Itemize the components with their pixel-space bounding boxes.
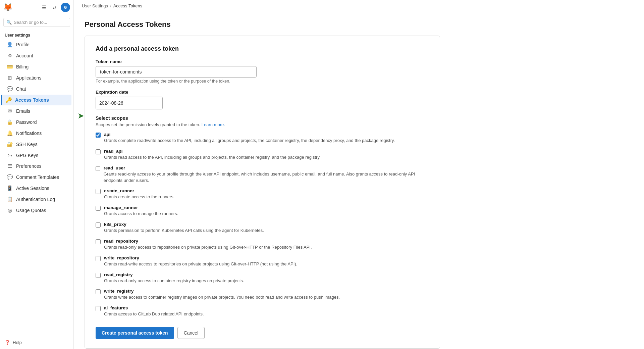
scope-checkbox-k8s_proxy[interactable]: [96, 222, 101, 228]
sidebar-item-gpg-keys[interactable]: 🗝 GPG Keys: [2, 150, 71, 160]
cancel-button[interactable]: Cancel: [177, 327, 205, 339]
scopes-section: Select scopes Scopes set the permission …: [96, 115, 429, 317]
sidebar-item-label: Comment Templates: [16, 174, 59, 180]
breadcrumb-parent[interactable]: User Settings: [82, 3, 108, 8]
scope-desc-read_user: Grants read-only access to your profile …: [104, 171, 429, 184]
scope-checkbox-create_runner[interactable]: [96, 189, 101, 194]
sidebar-item-label: Billing: [16, 64, 29, 69]
scope-info-api: api Grants complete read/write access to…: [104, 132, 395, 144]
sidebar-item-label: Usage Quotas: [16, 208, 46, 213]
sidebar-item-applications[interactable]: ⊞ Applications: [2, 72, 71, 83]
scope-name-write_registry: write_registry: [104, 289, 340, 294]
sidebar-item-profile[interactable]: 👤 Profile: [2, 39, 71, 50]
scopes-description: Scopes set the permission levels granted…: [96, 122, 429, 127]
scope-name-create_runner: create_runner: [104, 188, 174, 193]
create-token-button[interactable]: Create personal access token: [96, 327, 174, 339]
date-clear-btn[interactable]: ✕: [161, 100, 163, 106]
search-box[interactable]: 🔍 Search or go to...: [3, 18, 70, 27]
scope-checkbox-api[interactable]: [96, 133, 101, 138]
scope-name-ai_features: ai_features: [104, 305, 204, 310]
sidebar-item-usage-quotas[interactable]: ◎ Usage Quotas: [2, 205, 71, 216]
sidebar-item-label: SSH Keys: [16, 142, 38, 147]
scopes-desc-text: Scopes set the permission levels granted…: [96, 122, 200, 127]
scope-info-create_runner: create_runner Grants create access to th…: [104, 188, 174, 200]
scope-info-write_repository: write_repository Grants read-write acces…: [104, 255, 297, 267]
help-label: Help: [13, 340, 22, 345]
expiration-group: Expiration date ✕ 📅: [96, 90, 429, 109]
scope-item-k8s_proxy: k8s_proxy Grants permission to perform K…: [96, 222, 429, 234]
sidebar-item-preferences[interactable]: ☰ Preferences: [2, 161, 71, 171]
sidebar-item-account[interactable]: ⚙ Account: [2, 50, 71, 61]
form-actions: Create personal access token Cancel: [96, 327, 429, 339]
sidebar-item-emails[interactable]: ✉ Emails: [2, 106, 71, 116]
sidebar-item-active-sessions[interactable]: 📱 Active Sessions: [2, 183, 71, 194]
profile-icon: 👤: [7, 42, 13, 48]
usage-quotas-icon: ◎: [7, 207, 13, 213]
sidebar-item-notifications[interactable]: 🔔 Notifications: [2, 128, 71, 139]
scope-checkbox-write_registry[interactable]: [96, 289, 101, 294]
sidebar: 🦊 ☰ ⇄ G 🔍 Search or go to... User settin…: [0, 0, 74, 349]
sidebar-item-ssh-keys[interactable]: 🔐 SSH Keys: [2, 139, 71, 150]
form-title: Add a personal access token: [96, 45, 429, 52]
applications-icon: ⊞: [7, 75, 13, 81]
sidebar-item-password[interactable]: 🔒 Password: [2, 117, 71, 128]
scope-checkbox-read_registry[interactable]: [96, 273, 101, 278]
sidebar-item-label: Authentication Log: [16, 197, 55, 202]
scope-checkbox-read_user[interactable]: [96, 166, 100, 171]
avatar[interactable]: G: [61, 3, 70, 12]
preferences-icon: ☰: [7, 163, 13, 169]
learn-more-link[interactable]: Learn more.: [202, 122, 225, 127]
chat-icon: 💬: [7, 86, 13, 92]
scope-info-manage_runner: manage_runner Grants access to manage th…: [104, 205, 178, 217]
scope-checkbox-ai_features[interactable]: [96, 306, 101, 311]
scope-desc-k8s_proxy: Grants permission to perform Kubernetes …: [104, 228, 264, 234]
sidebar-item-label: Account: [16, 53, 33, 58]
scope-desc-create_runner: Grants create access to the runners.: [104, 194, 174, 200]
sidebar-item-label: GPG Keys: [16, 153, 38, 158]
date-input[interactable]: [96, 98, 161, 108]
token-name-input[interactable]: [96, 66, 257, 78]
sidebar-toggle-btn[interactable]: ☰: [39, 3, 49, 12]
scope-name-read_user: read_user: [104, 165, 429, 170]
scope-item-write_repository: write_repository Grants read-write acces…: [96, 255, 429, 267]
scope-desc-read_registry: Grants read-only access to container reg…: [104, 278, 244, 284]
comment-templates-icon: 💬: [7, 174, 13, 180]
sidebar-item-label: Preferences: [16, 163, 41, 169]
merge-requests-btn[interactable]: ⇄: [50, 3, 59, 12]
notifications-icon: 🔔: [7, 130, 13, 136]
scope-checkbox-read_api[interactable]: [96, 149, 101, 154]
sidebar-item-label: Password: [16, 119, 37, 125]
auth-log-icon: 📋: [7, 196, 13, 202]
scope-checkbox-manage_runner[interactable]: [96, 206, 101, 211]
search-icon: 🔍: [6, 20, 12, 25]
sidebar-item-billing[interactable]: 💳 Billing: [2, 61, 71, 72]
sidebar-item-comment-templates[interactable]: 💬 Comment Templates: [2, 172, 71, 183]
sidebar-item-label: Applications: [16, 75, 42, 81]
scope-info-read_user: read_user Grants read-only access to you…: [104, 165, 429, 184]
scope-checkbox-write_repository[interactable]: [96, 256, 101, 261]
ssh-keys-icon: 🔐: [7, 141, 13, 147]
scope-info-read_repository: read_repository Grants read-only access …: [104, 239, 312, 251]
scope-item-read_registry: read_registry Grants read-only access to…: [96, 272, 429, 284]
scope-checkbox-read_repository[interactable]: [96, 239, 101, 244]
scope-item-ai_features: ai_features Grants access to GitLab Duo …: [96, 305, 429, 317]
sidebar-item-label: Notifications: [16, 131, 42, 136]
scope-item-read_api: read_api Grants read access to the API, …: [96, 149, 429, 161]
scope-info-ai_features: ai_features Grants access to GitLab Duo …: [104, 305, 204, 317]
breadcrumb: User Settings / Access Tokens: [74, 0, 644, 12]
sidebar-item-access-tokens[interactable]: 🔑 Access Tokens: [1, 95, 71, 105]
main-content: User Settings / Access Tokens Personal A…: [74, 0, 644, 349]
sidebar-item-chat[interactable]: 💬 Chat: [2, 84, 71, 94]
scope-name-read_repository: read_repository: [104, 239, 312, 244]
help-link[interactable]: ❓ Help: [0, 336, 73, 349]
scope-name-read_api: read_api: [104, 149, 321, 154]
billing-icon: 💳: [7, 64, 13, 70]
scope-info-write_registry: write_registry Grants write access to co…: [104, 289, 340, 301]
account-icon: ⚙: [7, 53, 13, 59]
scope-name-k8s_proxy: k8s_proxy: [104, 222, 264, 227]
sidebar-header: 🦊 ☰ ⇄ G: [0, 0, 73, 15]
help-icon: ❓: [5, 340, 10, 345]
sidebar-item-auth-log[interactable]: 📋 Authentication Log: [2, 194, 71, 205]
password-icon: 🔒: [7, 119, 13, 125]
scope-item-write_registry: write_registry Grants write access to co…: [96, 289, 429, 301]
